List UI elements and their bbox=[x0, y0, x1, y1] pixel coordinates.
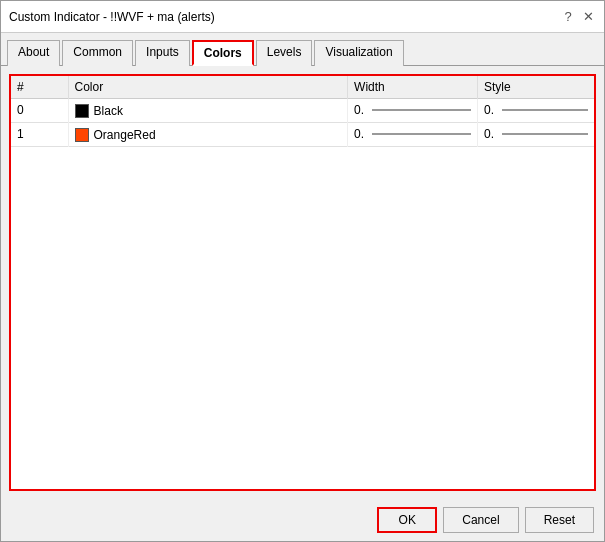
main-window: Custom Indicator - !!WVF + ma (alerts) ?… bbox=[0, 0, 605, 542]
ok-button[interactable]: OK bbox=[377, 507, 437, 533]
cell-color[interactable]: OrangeRed bbox=[68, 122, 348, 146]
cell-width[interactable]: 0. bbox=[348, 122, 478, 146]
footer: OK Cancel Reset bbox=[1, 499, 604, 541]
window-title: Custom Indicator - !!WVF + ma (alerts) bbox=[9, 10, 215, 24]
cell-style[interactable]: 0. bbox=[477, 122, 594, 146]
col-header-index: # bbox=[11, 76, 68, 99]
width-value: 0. bbox=[354, 127, 368, 141]
style-value: 0. bbox=[484, 127, 498, 141]
tab-visualization[interactable]: Visualization bbox=[314, 40, 403, 66]
tab-about[interactable]: About bbox=[7, 40, 60, 66]
width-slider-track[interactable] bbox=[372, 109, 471, 111]
color-name-label: Black bbox=[94, 104, 123, 118]
cancel-button[interactable]: Cancel bbox=[443, 507, 518, 533]
col-header-color: Color bbox=[68, 76, 348, 99]
content-area: # Color Width Style 0Black 0. 0. 1Orange… bbox=[1, 66, 604, 499]
table-row[interactable]: 0Black 0. 0. bbox=[11, 99, 594, 123]
tab-inputs[interactable]: Inputs bbox=[135, 40, 190, 66]
width-slider-track[interactable] bbox=[372, 133, 471, 135]
color-name-label: OrangeRed bbox=[94, 128, 156, 142]
cell-index: 0 bbox=[11, 99, 68, 123]
cell-width[interactable]: 0. bbox=[348, 99, 478, 123]
col-header-style: Style bbox=[477, 76, 594, 99]
cell-style[interactable]: 0. bbox=[477, 99, 594, 123]
style-slider-cell[interactable]: 0. bbox=[484, 127, 588, 141]
title-bar-controls: ? ✕ bbox=[560, 9, 596, 25]
style-slider-track[interactable] bbox=[502, 133, 588, 135]
tab-levels[interactable]: Levels bbox=[256, 40, 313, 66]
table-header-row: # Color Width Style bbox=[11, 76, 594, 99]
title-bar: Custom Indicator - !!WVF + ma (alerts) ?… bbox=[1, 1, 604, 33]
colors-table-container: # Color Width Style 0Black 0. 0. 1Orange… bbox=[9, 74, 596, 491]
width-slider-cell[interactable]: 0. bbox=[354, 103, 471, 117]
col-header-width: Width bbox=[348, 76, 478, 99]
cell-index: 1 bbox=[11, 122, 68, 146]
style-value: 0. bbox=[484, 103, 498, 117]
reset-button[interactable]: Reset bbox=[525, 507, 594, 533]
style-slider-track[interactable] bbox=[502, 109, 588, 111]
table-row[interactable]: 1OrangeRed 0. 0. bbox=[11, 122, 594, 146]
tab-common[interactable]: Common bbox=[62, 40, 133, 66]
cell-color[interactable]: Black bbox=[68, 99, 348, 123]
style-slider-cell[interactable]: 0. bbox=[484, 103, 588, 117]
colors-table: # Color Width Style 0Black 0. 0. 1Orange… bbox=[11, 76, 594, 147]
color-swatch bbox=[75, 104, 89, 118]
color-swatch bbox=[75, 128, 89, 142]
help-button[interactable]: ? bbox=[560, 9, 576, 25]
tab-colors[interactable]: Colors bbox=[192, 40, 254, 66]
width-slider-cell[interactable]: 0. bbox=[354, 127, 471, 141]
tabs-row: About Common Inputs Colors Levels Visual… bbox=[1, 33, 604, 66]
width-value: 0. bbox=[354, 103, 368, 117]
close-button[interactable]: ✕ bbox=[580, 9, 596, 25]
